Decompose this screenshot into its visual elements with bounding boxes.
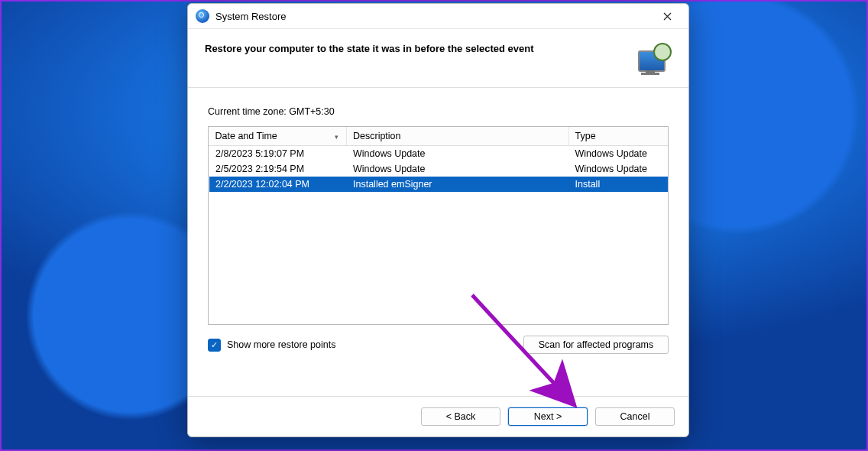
empty-row bbox=[209, 320, 669, 325]
wizard-body: Current time zone: GMT+5:30 Date and Tim… bbox=[188, 88, 688, 396]
sort-caret-icon: ▾ bbox=[335, 133, 338, 141]
restore-point-row[interactable]: 2/2/2023 12:02:04 PMInstalled emSignerIn… bbox=[209, 177, 669, 192]
column-header-date[interactable]: Date and Time ▾ bbox=[209, 127, 347, 146]
under-table-row: ✓ Show more restore points Scan for affe… bbox=[208, 336, 669, 354]
cell-date: 2/5/2023 2:19:54 PM bbox=[209, 161, 347, 177]
empty-row bbox=[209, 304, 669, 320]
cell-description: Windows Update bbox=[347, 146, 569, 162]
restore-points-table[interactable]: Date and Time ▾ Description Type 2/8/202… bbox=[208, 126, 669, 325]
empty-row bbox=[209, 288, 669, 304]
scan-affected-button[interactable]: Scan for affected programs bbox=[523, 336, 669, 354]
cell-type: Windows Update bbox=[568, 161, 668, 177]
empty-row bbox=[209, 192, 669, 208]
show-more-label: Show more restore points bbox=[227, 339, 335, 350]
column-header-description[interactable]: Description bbox=[347, 127, 569, 146]
restore-point-row[interactable]: 2/8/2023 5:19:07 PMWindows UpdateWindows… bbox=[209, 146, 669, 162]
cell-description: Installed emSigner bbox=[347, 177, 569, 192]
empty-row bbox=[209, 224, 669, 240]
empty-row bbox=[209, 256, 669, 272]
cell-date: 2/2/2023 12:02:04 PM bbox=[209, 177, 347, 192]
window-title: System Restore bbox=[215, 11, 286, 22]
empty-row bbox=[209, 208, 669, 224]
close-icon bbox=[663, 12, 672, 21]
wizard-heading: Restore your computer to the state it wa… bbox=[205, 43, 635, 54]
empty-row bbox=[209, 240, 669, 256]
empty-row bbox=[209, 272, 669, 288]
back-button[interactable]: < Back bbox=[421, 407, 500, 426]
restore-point-row[interactable]: 2/5/2023 2:19:54 PMWindows UpdateWindows… bbox=[209, 161, 669, 177]
cell-description: Windows Update bbox=[347, 161, 569, 177]
restore-hero-icon bbox=[635, 43, 672, 75]
timezone-label: Current time zone: GMT+5:30 bbox=[208, 106, 669, 117]
titlebar: System Restore bbox=[188, 4, 688, 28]
close-button[interactable] bbox=[650, 5, 684, 27]
system-restore-icon bbox=[196, 9, 209, 23]
next-button[interactable]: Next > bbox=[508, 407, 588, 426]
table-header-row: Date and Time ▾ Description Type bbox=[209, 127, 669, 146]
column-header-type[interactable]: Type bbox=[568, 127, 668, 146]
show-more-checkbox[interactable]: ✓ bbox=[208, 339, 221, 352]
system-restore-window: System Restore Restore your computer to … bbox=[187, 3, 689, 437]
wizard-footer: < Back Next > Cancel bbox=[188, 396, 688, 436]
cell-type: Windows Update bbox=[568, 146, 668, 162]
cell-date: 2/8/2023 5:19:07 PM bbox=[209, 146, 347, 162]
cell-type: Install bbox=[568, 177, 668, 192]
desktop-background: System Restore Restore your computer to … bbox=[0, 0, 868, 451]
wizard-header: Restore your computer to the state it wa… bbox=[188, 28, 688, 88]
cancel-button[interactable]: Cancel bbox=[595, 407, 675, 426]
